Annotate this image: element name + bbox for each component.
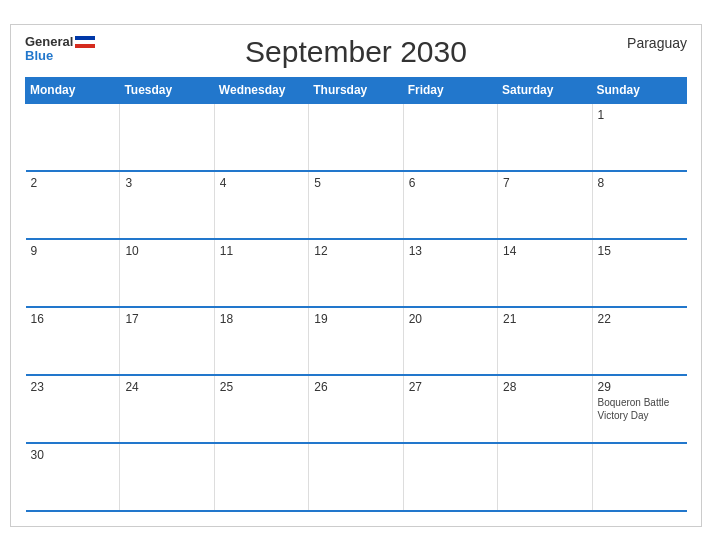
calendar-cell: 21 (498, 307, 592, 375)
day-number: 21 (503, 312, 586, 326)
day-number: 17 (125, 312, 208, 326)
day-number: 13 (409, 244, 492, 258)
calendar-cell: 2 (26, 171, 120, 239)
day-number: 14 (503, 244, 586, 258)
calendar-cell (26, 103, 120, 171)
day-number: 29 (598, 380, 682, 394)
day-number: 12 (314, 244, 397, 258)
logo-general-text: General (25, 35, 73, 49)
day-number: 19 (314, 312, 397, 326)
calendar-cell: 11 (214, 239, 308, 307)
day-number: 25 (220, 380, 303, 394)
calendar-cell: 1 (592, 103, 686, 171)
calendar-week-row: 16171819202122 (26, 307, 687, 375)
calendar-cell: 3 (120, 171, 214, 239)
logo-blue-text: Blue (25, 49, 95, 63)
day-number: 1 (598, 108, 682, 122)
calendar-cell: 16 (26, 307, 120, 375)
calendar-cell: 6 (403, 171, 497, 239)
calendar-cell (498, 443, 592, 511)
day-number: 3 (125, 176, 208, 190)
day-number: 9 (31, 244, 115, 258)
calendar-week-row: 1 (26, 103, 687, 171)
day-number: 18 (220, 312, 303, 326)
day-number: 28 (503, 380, 586, 394)
calendar-cell (309, 103, 403, 171)
day-number: 26 (314, 380, 397, 394)
day-number: 11 (220, 244, 303, 258)
calendar-cell: 12 (309, 239, 403, 307)
day-number: 6 (409, 176, 492, 190)
day-number: 27 (409, 380, 492, 394)
calendar-cell: 13 (403, 239, 497, 307)
weekday-header-row: MondayTuesdayWednesdayThursdayFridaySatu… (26, 77, 687, 103)
calendar-cell: 30 (26, 443, 120, 511)
calendar-cell (403, 443, 497, 511)
weekday-header-tuesday: Tuesday (120, 77, 214, 103)
calendar-cell: 18 (214, 307, 308, 375)
calendar-header: General Blue September 2030 Paraguay (25, 35, 687, 69)
day-number: 4 (220, 176, 303, 190)
calendar-thead: MondayTuesdayWednesdayThursdayFridaySatu… (26, 77, 687, 103)
calendar-cell (214, 443, 308, 511)
day-number: 5 (314, 176, 397, 190)
calendar-cell: 19 (309, 307, 403, 375)
calendar-title: September 2030 (245, 35, 467, 69)
logo-flag-icon (75, 36, 95, 48)
calendar-week-row: 23242526272829Boqueron Battle Victory Da… (26, 375, 687, 443)
calendar-cell (498, 103, 592, 171)
day-number: 24 (125, 380, 208, 394)
day-number: 8 (598, 176, 682, 190)
calendar-cell (403, 103, 497, 171)
weekday-header-sunday: Sunday (592, 77, 686, 103)
calendar-cell (120, 443, 214, 511)
weekday-header-monday: Monday (26, 77, 120, 103)
calendar-cell: 25 (214, 375, 308, 443)
day-number: 10 (125, 244, 208, 258)
calendar-cell: 27 (403, 375, 497, 443)
calendar-cell: 28 (498, 375, 592, 443)
calendar-cell: 23 (26, 375, 120, 443)
calendar-week-row: 2345678 (26, 171, 687, 239)
calendar-cell: 22 (592, 307, 686, 375)
calendar-cell (120, 103, 214, 171)
calendar-cell: 4 (214, 171, 308, 239)
calendar-cell: 20 (403, 307, 497, 375)
calendar-cell: 8 (592, 171, 686, 239)
calendar-cell: 17 (120, 307, 214, 375)
calendar-cell: 26 (309, 375, 403, 443)
day-number: 7 (503, 176, 586, 190)
calendar-cell: 9 (26, 239, 120, 307)
country-label: Paraguay (627, 35, 687, 51)
day-number: 30 (31, 448, 115, 462)
calendar-cell: 14 (498, 239, 592, 307)
weekday-header-saturday: Saturday (498, 77, 592, 103)
calendar-cell: 15 (592, 239, 686, 307)
calendar-cell (592, 443, 686, 511)
day-number: 15 (598, 244, 682, 258)
weekday-header-friday: Friday (403, 77, 497, 103)
calendar-cell (309, 443, 403, 511)
calendar: General Blue September 2030 Paraguay Mon… (10, 24, 702, 527)
day-number: 23 (31, 380, 115, 394)
weekday-header-thursday: Thursday (309, 77, 403, 103)
calendar-cell: 10 (120, 239, 214, 307)
calendar-week-row: 30 (26, 443, 687, 511)
day-number: 16 (31, 312, 115, 326)
calendar-week-row: 9101112131415 (26, 239, 687, 307)
logo: General Blue (25, 35, 95, 64)
calendar-cell: 24 (120, 375, 214, 443)
calendar-table: MondayTuesdayWednesdayThursdayFridaySatu… (25, 77, 687, 512)
calendar-cell: 7 (498, 171, 592, 239)
calendar-cell (214, 103, 308, 171)
day-number: 22 (598, 312, 682, 326)
calendar-cell: 29Boqueron Battle Victory Day (592, 375, 686, 443)
weekday-header-wednesday: Wednesday (214, 77, 308, 103)
calendar-tbody: 1234567891011121314151617181920212223242… (26, 103, 687, 511)
day-number: 2 (31, 176, 115, 190)
day-number: 20 (409, 312, 492, 326)
event-label: Boqueron Battle Victory Day (598, 396, 682, 422)
calendar-cell: 5 (309, 171, 403, 239)
